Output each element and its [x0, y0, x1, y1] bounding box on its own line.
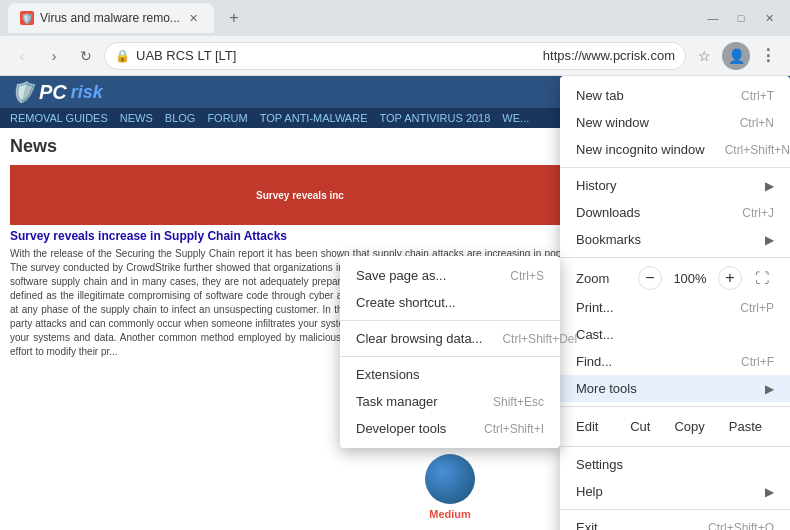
news-image-1: Survey reveals inc — [10, 165, 590, 225]
zoom-in-button[interactable]: + — [718, 266, 742, 290]
virus-activity-status: Medium — [360, 508, 540, 520]
menu-item-downloads-label: Downloads — [576, 205, 640, 220]
menu-item-bookmarks-label: Bookmarks — [576, 232, 641, 247]
globe-container — [360, 454, 540, 504]
submenu-item-save-page[interactable]: Save page as... Ctrl+S — [340, 262, 560, 289]
submenu-divider-2 — [340, 356, 560, 357]
close-button[interactable]: ✕ — [756, 8, 782, 28]
nav-blog[interactable]: BLOG — [165, 112, 196, 124]
chrome-menu-button[interactable]: ⋮ — [754, 42, 782, 70]
menu-item-new-window-label: New window — [576, 115, 649, 130]
menu-item-more-tools-label: More tools — [576, 381, 637, 396]
paste-button[interactable]: Paste — [717, 415, 774, 438]
submenu-item-create-shortcut[interactable]: Create shortcut... — [340, 289, 560, 316]
submenu-item-clear-browsing[interactable]: Clear browsing data... Ctrl+Shift+Del — [340, 325, 560, 352]
history-arrow-icon: ▶ — [765, 179, 774, 193]
zoom-controls: − 100% + ⛶ — [638, 266, 774, 290]
news-title-1[interactable]: Survey reveals increase in Supply Chain … — [10, 229, 590, 243]
submenu-item-task-manager[interactable]: Task manager Shift+Esc — [340, 388, 560, 415]
zoom-out-button[interactable]: − — [638, 266, 662, 290]
help-arrow-icon: ▶ — [765, 485, 774, 499]
divider-1 — [560, 167, 790, 168]
nav-removal-guides[interactable]: REMOVAL GUIDES — [10, 112, 108, 124]
submenu-developer-tools-label: Developer tools — [356, 421, 446, 436]
secure-label: UAB RCS LT [LT] — [136, 48, 537, 63]
active-tab[interactable]: Virus and malware remo... ✕ — [8, 3, 214, 33]
tab-title: Virus and malware remo... — [40, 11, 180, 25]
submenu-task-manager-label: Task manager — [356, 394, 438, 409]
forward-button[interactable]: › — [40, 42, 68, 70]
menu-item-new-incognito-label: New incognito window — [576, 142, 705, 157]
menu-item-find-label: Find... — [576, 354, 612, 369]
submenu-item-extensions[interactable]: Extensions — [340, 361, 560, 388]
maximize-button[interactable]: □ — [728, 8, 754, 28]
copy-button[interactable]: Copy — [662, 415, 716, 438]
nav-top-anti-malware[interactable]: TOP ANTI-MALWARE — [260, 112, 368, 124]
menu-item-settings[interactable]: Settings — [560, 451, 790, 478]
menu-item-help[interactable]: Help ▶ — [560, 478, 790, 505]
nav-news[interactable]: NEWS — [120, 112, 153, 124]
new-tab-button[interactable]: + — [220, 4, 248, 32]
menu-item-downloads-shortcut: Ctrl+J — [722, 206, 774, 220]
edit-label: Edit — [576, 419, 598, 434]
menu-item-bookmarks[interactable]: Bookmarks ▶ — [560, 226, 790, 253]
submenu-clear-browsing-shortcut: Ctrl+Shift+Del — [482, 332, 577, 346]
menu-item-downloads[interactable]: Downloads Ctrl+J — [560, 199, 790, 226]
bookmark-star-button[interactable]: ☆ — [690, 42, 718, 70]
submenu-clear-browsing-label: Clear browsing data... — [356, 331, 482, 346]
menu-item-new-incognito[interactable]: New incognito window Ctrl+Shift+N — [560, 136, 790, 163]
menu-item-print[interactable]: Print... Ctrl+P — [560, 294, 790, 321]
address-field[interactable]: 🔒 UAB RCS LT [LT] https://www.pcrisk.com — [104, 42, 686, 70]
back-button[interactable]: ‹ — [8, 42, 36, 70]
menu-item-exit[interactable]: Exit Ctrl+Shift+Q — [560, 514, 790, 530]
divider-2 — [560, 257, 790, 258]
menu-item-history[interactable]: History ▶ — [560, 172, 790, 199]
nav-top-antivirus[interactable]: TOP ANTIVIRUS 2018 — [379, 112, 490, 124]
menu-item-print-shortcut: Ctrl+P — [720, 301, 774, 315]
menu-item-new-window-shortcut: Ctrl+N — [720, 116, 774, 130]
submenu-developer-tools-shortcut: Ctrl+Shift+I — [464, 422, 544, 436]
menu-item-cast[interactable]: Cast... — [560, 321, 790, 348]
menu-item-new-window[interactable]: New window Ctrl+N — [560, 109, 790, 136]
fullscreen-button[interactable]: ⛶ — [750, 266, 774, 290]
tab-favicon — [20, 11, 34, 25]
submenu-save-page-shortcut: Ctrl+S — [490, 269, 544, 283]
nav-more[interactable]: WE... — [502, 112, 529, 124]
profile-button[interactable]: 👤 — [722, 42, 750, 70]
browser-content: 🛡️ PC risk REMOVAL GUIDES NEWS BLOG FORU… — [0, 76, 790, 530]
zoom-control-row: Zoom − 100% + ⛶ — [560, 262, 790, 294]
site-logo: 🛡️ PC risk — [10, 80, 103, 104]
cut-button[interactable]: Cut — [618, 415, 662, 438]
menu-item-new-tab-shortcut: Ctrl+T — [721, 89, 774, 103]
globe-graphic — [425, 454, 475, 504]
menu-item-cast-label: Cast... — [576, 327, 614, 342]
submenu-save-page-label: Save page as... — [356, 268, 446, 283]
logo-pc: PC — [39, 81, 67, 104]
submenu-divider-1 — [340, 320, 560, 321]
menu-item-new-incognito-shortcut: Ctrl+Shift+N — [705, 143, 790, 157]
secure-icon: 🔒 — [115, 49, 130, 63]
submenu-item-developer-tools[interactable]: Developer tools Ctrl+Shift+I — [340, 415, 560, 442]
menu-item-history-label: History — [576, 178, 616, 193]
reload-button[interactable]: ↻ — [72, 42, 100, 70]
menu-item-exit-shortcut: Ctrl+Shift+Q — [688, 521, 774, 531]
menu-item-find[interactable]: Find... Ctrl+F — [560, 348, 790, 375]
chrome-dropdown-menu: New tab Ctrl+T New window Ctrl+N New inc… — [560, 76, 790, 530]
title-bar: Virus and malware remo... ✕ + — □ ✕ — [0, 0, 790, 36]
browser-window: Virus and malware remo... ✕ + — □ ✕ ‹ › … — [0, 0, 790, 530]
menu-item-new-tab[interactable]: New tab Ctrl+T — [560, 82, 790, 109]
nav-forum[interactable]: FORUM — [207, 112, 247, 124]
logo-risk: risk — [71, 82, 103, 103]
minimize-button[interactable]: — — [700, 8, 726, 28]
bookmarks-arrow-icon: ▶ — [765, 233, 774, 247]
divider-3 — [560, 406, 790, 407]
address-bar: ‹ › ↻ 🔒 UAB RCS LT [LT] https://www.pcri… — [0, 36, 790, 76]
zoom-value: 100% — [670, 271, 710, 286]
more-tools-submenu: Save page as... Ctrl+S Create shortcut..… — [340, 256, 560, 448]
url-text: https://www.pcrisk.com — [543, 48, 675, 63]
menu-item-more-tools[interactable]: More tools ▶ — [560, 375, 790, 402]
edit-row: Edit Cut Copy Paste — [560, 411, 790, 442]
tab-close-button[interactable]: ✕ — [186, 10, 202, 26]
menu-item-find-shortcut: Ctrl+F — [721, 355, 774, 369]
menu-item-new-tab-label: New tab — [576, 88, 624, 103]
